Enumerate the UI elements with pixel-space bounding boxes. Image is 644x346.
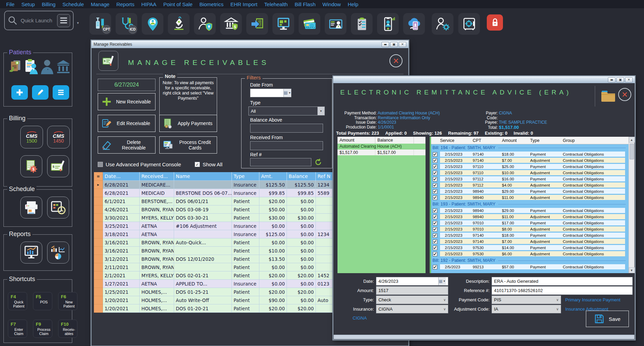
- mr-close-icon[interactable]: ✕: [389, 54, 402, 67]
- menu-item-help[interactable]: Help: [344, 1, 362, 7]
- service-line-row[interactable]: 2/15/202398940$11.00AdjustmentContractua…: [430, 194, 629, 201]
- service-line-row[interactable]: 2/15/202397140$18.00PaymentContractual O…: [430, 232, 629, 238]
- insurance-bank-icon[interactable]: [55, 59, 71, 74]
- toolbar-provider-location-icon[interactable]: [142, 13, 163, 35]
- shortcut-f4[interactable]: F4Quick Patient: [8, 292, 27, 310]
- row-selector[interactable]: [94, 280, 103, 288]
- shortcut-f10[interactable]: F10Receiv- ables: [58, 320, 77, 338]
- hamburger-menu-icon[interactable]: [57, 14, 70, 27]
- menu-item-telehealth[interactable]: Telehealth: [261, 1, 291, 7]
- row-selector[interactable]: [94, 222, 103, 230]
- report-viewer-button[interactable]: [20, 242, 42, 264]
- menu-item-reports[interactable]: Reports: [113, 1, 138, 7]
- row-selector[interactable]: [94, 205, 103, 214]
- era-title-bar[interactable]: ▬ ▣ ✕: [333, 76, 635, 83]
- era-amount-input[interactable]: 1517: [376, 286, 448, 295]
- service-line-row[interactable]: 2/15/202397140$18.00PaymentContractual O…: [430, 151, 629, 157]
- cpt-column-header[interactable]: CPT: [473, 137, 502, 144]
- era-insurance-select[interactable]: CIGNA∨: [376, 305, 448, 313]
- service-line-row[interactable]: 2/15/202397010$8.00AdjustmentContractual…: [430, 226, 629, 232]
- add-patient-button[interactable]: [11, 85, 28, 100]
- row-checkbox-checked[interactable]: [433, 158, 437, 163]
- row-selector[interactable]: [94, 304, 103, 313]
- menu-item-setup[interactable]: Setup: [18, 1, 38, 7]
- menu-item-ehr-import[interactable]: EHR Import: [227, 1, 261, 7]
- show-all-checkbox[interactable]: ✓ Show All: [195, 161, 223, 167]
- shortcut-f6[interactable]: F6New Patient: [58, 292, 77, 310]
- type-column-header[interactable]: Type: [530, 137, 563, 144]
- menu-item-billing[interactable]: Billing: [38, 1, 59, 7]
- adjustment-code-select[interactable]: IA∨: [492, 305, 561, 313]
- column-header[interactable]: Balance: [287, 172, 316, 181]
- row-checkbox-checked[interactable]: [433, 177, 437, 181]
- toolbar-cloud-ehr-icon[interactable]: [403, 13, 425, 35]
- menu-item-manage[interactable]: Manage: [87, 1, 113, 7]
- menu-item-schedule[interactable]: Schedule: [59, 1, 87, 7]
- patient-chart-icon[interactable]: [23, 58, 39, 75]
- row-checkbox-checked[interactable]: [433, 221, 437, 225]
- scroll-up-icon[interactable]: ▲: [629, 137, 635, 143]
- payment-code-select[interactable]: PIS∨: [492, 295, 561, 304]
- checkbox-checked-icon[interactable]: ✓: [195, 162, 200, 167]
- service-line-row[interactable]: 2/15/202398940$29.00PaymentContractual O…: [430, 208, 629, 214]
- service-line-row[interactable]: 2/15/202397010$17.00PaymentContractual O…: [430, 220, 629, 226]
- service-line-row[interactable]: 2/15/202397140$7.00AdjustmentContractual…: [430, 157, 629, 164]
- insurance-link[interactable]: CIGNA: [353, 315, 367, 321]
- row-checkbox-checked[interactable]: [433, 209, 437, 213]
- balance-column-header[interactable]: Balance: [375, 137, 414, 144]
- column-header[interactable]: Type: [232, 172, 259, 181]
- row-selector[interactable]: [94, 271, 103, 280]
- scroll-down-icon[interactable]: ▼: [629, 267, 635, 273]
- row-checkbox-checked[interactable]: [433, 227, 437, 232]
- row-checkbox-checked[interactable]: [433, 246, 437, 250]
- row-selector[interactable]: [94, 296, 103, 304]
- mr-title-bar[interactable]: Manage Receivables ▬ ▣ ✕: [92, 41, 408, 48]
- row-checkbox-checked[interactable]: [433, 196, 437, 200]
- refresh-icon[interactable]: [314, 158, 322, 166]
- row-checkbox-checked[interactable]: [433, 215, 437, 219]
- toolbar-export-claims-icon[interactable]: [246, 13, 268, 35]
- quick-launch[interactable]: Quick Launch: [4, 11, 74, 30]
- dropdown-arrow-icon[interactable]: ▼: [318, 107, 324, 115]
- print-checks-button[interactable]: $: [47, 155, 69, 177]
- row-checkbox-checked[interactable]: [433, 252, 437, 256]
- service-line-row[interactable]: 2/15/202398940$11.00AdjustmentContractua…: [430, 214, 629, 220]
- toolbar-provider-id-card-icon[interactable]: [325, 13, 346, 35]
- edit-receivable-button[interactable]: Edit Receivable: [98, 115, 155, 132]
- row-selector[interactable]: [94, 230, 103, 238]
- delete-receivable-button[interactable]: Delete Receivable: [98, 136, 155, 154]
- menu-item-window[interactable]: Window: [319, 1, 344, 7]
- era-close-button[interactable]: ✕: [625, 77, 633, 82]
- era-services-list[interactable]: Service CPT Amount Type Group Bill: 194 …: [430, 137, 629, 273]
- service-line-row[interactable]: 2/15/202397530$14.00PaymentContractual O…: [430, 245, 629, 251]
- toolbar-telehealth-phone-icon[interactable]: [377, 13, 399, 35]
- menu-item-point-of-sale[interactable]: Point of Sale: [160, 1, 196, 7]
- edit-patient-button[interactable]: [32, 85, 49, 100]
- toolbar-cpt-codes-icon[interactable]: CPT: [89, 13, 111, 35]
- calendar-icon[interactable]: ▼: [283, 89, 291, 97]
- amount-column-header[interactable]: Amount: [502, 137, 530, 144]
- open-folder-icon[interactable]: [600, 89, 616, 102]
- amount-column-header[interactable]: Amount: [337, 137, 375, 144]
- service-line-row[interactable]: 2/15/202397530$6.00AdjustmentContractual…: [430, 251, 629, 257]
- current-date-display[interactable]: 6/27/2024: [98, 79, 155, 91]
- row-selector[interactable]: [94, 247, 103, 255]
- apply-payments-button[interactable]: Apply Payments: [159, 115, 217, 132]
- patient-documents-icon[interactable]: [8, 59, 22, 74]
- era-minimize-button[interactable]: ▬: [608, 77, 615, 82]
- era-description-input[interactable]: ERA - Auto Generated: [492, 277, 633, 286]
- toolbar-vault-icon[interactable]: [458, 13, 480, 35]
- use-advanced-console-checkbox[interactable]: Use Advanced Payment Console: [98, 161, 181, 167]
- toolbar-laboratory-icon[interactable]: [168, 13, 190, 35]
- era-payments-list[interactable]: Amount Balance Automated Clearing House …: [337, 137, 426, 273]
- calendar-icon[interactable]: ▼: [438, 277, 446, 285]
- ref-number-input[interactable]: [250, 158, 311, 166]
- close-button[interactable]: ✕: [399, 42, 406, 47]
- balance-above-input[interactable]: [250, 124, 323, 133]
- new-receivable-button[interactable]: New Receivable: [98, 93, 155, 110]
- cms-1500-button[interactable]: CMS 1500: [20, 126, 43, 148]
- row-selector[interactable]: [94, 238, 103, 247]
- save-button[interactable]: Save: [586, 311, 629, 327]
- row-selector[interactable]: [94, 189, 103, 197]
- toolbar-point-of-sale-icon[interactable]: [272, 13, 294, 35]
